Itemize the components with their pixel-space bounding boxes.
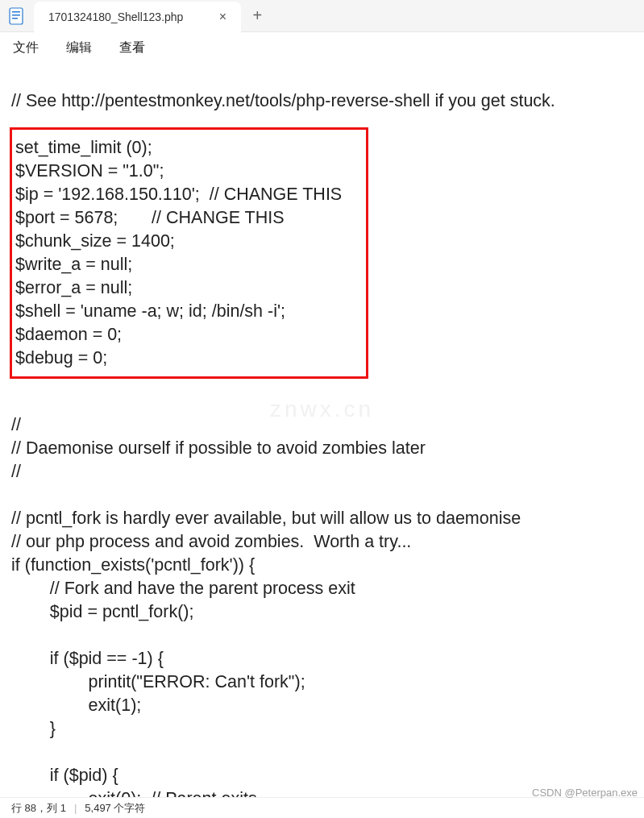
svg-rect-1 <box>12 11 20 13</box>
svg-rect-3 <box>12 18 18 19</box>
status-bar: 行 88，列 1 | 5,497 个字符 <box>0 797 644 818</box>
tab-active[interactable]: 1701324180_Shell123.php × <box>34 2 241 32</box>
status-char-count: 5,497 个字符 <box>85 801 145 816</box>
close-icon[interactable]: × <box>215 10 230 24</box>
menu-file[interactable]: 文件 <box>8 36 44 60</box>
tab-bar: 1701324180_Shell123.php × + <box>0 0 644 32</box>
tab-title: 1701324180_Shell123.php <box>48 10 183 23</box>
menu-view[interactable]: 查看 <box>114 36 150 60</box>
menu-bar: 文件 编辑 查看 <box>0 32 644 63</box>
menu-edit[interactable]: 编辑 <box>61 36 97 60</box>
status-separator: | <box>74 802 77 814</box>
code-intro-line: // See http://pentestmonkey.net/tools/ph… <box>11 91 555 110</box>
highlighted-code-block: set_time_limit (0); $VERSION = "1.0"; $i… <box>10 127 368 379</box>
svg-rect-0 <box>10 8 23 24</box>
svg-rect-2 <box>12 15 20 16</box>
new-tab-button[interactable]: + <box>241 6 273 25</box>
editor-area[interactable]: // See http://pentestmonkey.net/tools/ph… <box>0 63 644 797</box>
app-icon <box>8 6 24 26</box>
code-rest: // // Daemonise ourself if possible to a… <box>11 415 521 797</box>
status-position: 行 88，列 1 <box>11 801 66 816</box>
code-box-content: set_time_limit (0); $VERSION = "1.0"; $i… <box>15 138 342 367</box>
watermark-right: CSDN @Peterpan.exe <box>532 787 638 799</box>
